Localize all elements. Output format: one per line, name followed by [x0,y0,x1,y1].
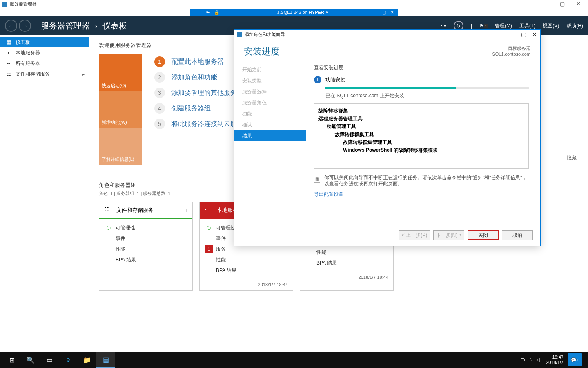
wnav-results[interactable]: 结果 [234,130,306,141]
lock-icon: 🔒 [214,10,220,15]
step-4[interactable]: 4创建服务器组 [154,101,243,116]
chevron-right-icon: › [95,21,98,31]
flag-notification-icon[interactable]: ⚑1 [479,22,488,30]
nav-file-services[interactable]: ☷文件和存储服务▸ [0,69,89,79]
progress-bar [325,87,456,89]
ie-icon[interactable]: e [59,352,78,368]
wizard-subtitle: 查看安装进度 [314,64,529,71]
wnav-roles: 服务器角色 [234,97,306,108]
breadcrumb-app: 服务器管理器 [41,20,90,31]
search-button[interactable]: 🔍 [21,352,40,368]
notif-count: 1 [577,358,579,362]
nav-local-server[interactable]: ▪本地服务器 [0,47,89,58]
clock-date: 2018/1/7 [546,360,564,365]
wizard-hint: 你可以关闭此向导而不中断正在运行的任务。请依次单击命令栏中的"通知"和"任务详细… [324,175,529,187]
card-file-services[interactable]: ☷文件和存储服务1 ⭮可管理性 事件 性能 BPA 结果 [99,202,193,291]
wnav-features: 功能 [234,108,306,119]
next-button: 下一步(N) > [433,230,464,240]
notification-center[interactable]: 💬1 [568,353,582,366]
hide-link[interactable]: 隐藏 [567,155,577,162]
result-line: 故障转移群集管理工具 [318,139,524,146]
row-perf: 性能 [216,256,226,263]
explorer-icon[interactable]: 📁 [78,352,96,368]
wizard-icon [237,32,242,37]
wizard-heading: 安装进度 [244,45,280,58]
nav-all-servers[interactable]: ▪▪所有服务器 [0,58,89,69]
row-bpa: BPA 结果 [116,256,136,263]
cancel-button[interactable]: 取消 [502,230,533,240]
outer-title-text: 服务器管理器 [10,1,37,7]
clock[interactable]: 18:47 2018/1/7 [546,355,564,365]
chevron-right-icon: ▸ [82,72,85,76]
maximize-button[interactable]: ▢ [521,31,526,38]
wnav-select: 服务器选择 [234,86,306,97]
row-events: 事件 [216,235,226,242]
welcome-tiles: 快速启动(Q) 新增功能(W) 了解详细信息(L) [99,54,142,165]
step-1-label: 配置此本地服务器 [172,58,224,66]
row-services: 服务 [216,246,226,253]
storage-icon: ☷ [6,71,11,77]
hyperv-window-controls[interactable]: —▢✕ [370,9,398,16]
wizard-titlebar: 添加角色和功能向导 — ▢ ✕ [234,30,540,39]
nav-dashboard[interactable]: ▦仪表板 [0,37,89,47]
server-manager-icon [2,2,7,7]
nav-all-label: 所有服务器 [16,60,40,67]
export-settings-link[interactable]: 导出配置设置 [314,191,343,198]
status-ok-icon: ⭮ [205,225,213,231]
target-label: 目标服务器 [492,45,530,52]
menu-view[interactable]: 视图(V) [543,22,559,29]
forward-button[interactable]: → [19,20,31,32]
menu-manage[interactable]: 管理(M) [495,22,512,29]
card-title: 文件和存储服务 [116,206,154,214]
tray-network-icon[interactable]: 🏳 [529,357,533,362]
step-3-label: 添加要管理的其他服务器 [172,89,243,97]
step-4-label: 创建服务器组 [172,104,211,113]
system-tray: 🖵 🏳 中 18:47 2018/1/7 💬1 [520,353,586,366]
tile-quickstart[interactable]: 快速启动(Q) [99,54,142,91]
wnav-before: 开始之前 [234,64,306,75]
taskbar: ⊞ 🔍 ▭ e 📁 ▤ 🖵 🏳 中 18:47 2018/1/7 💬1 [0,352,588,368]
menu-tools[interactable]: 工具(T) [519,22,535,29]
back-button[interactable]: ← [5,20,17,32]
card-timestamp: 2018/1/7 18:44 [300,272,393,283]
wnav-type: 安装类型 [234,75,306,86]
step-1[interactable]: 1配置此本地服务器 [154,54,243,70]
server-icon: ▪ [205,206,213,214]
menu-help[interactable]: 帮助(H) [566,22,583,29]
taskview-button[interactable]: ▭ [40,352,59,368]
close-button[interactable]: ✕ [532,31,537,38]
nav-local-label: 本地服务器 [16,49,40,56]
card-timestamp: 2018/1/7 18:44 [200,279,293,290]
tray-ime-icon[interactable]: 中 [537,357,542,363]
row-perf: 性能 [316,249,326,256]
step-2[interactable]: 2添加角色和功能 [154,70,243,85]
info-icon: i [314,76,321,83]
start-button[interactable]: ⊞ [2,352,21,368]
tray-display-icon[interactable]: 🖵 [520,357,525,362]
row-events: 事件 [116,235,125,242]
step-5-label: 将此服务器连接到云服务 [172,120,243,128]
server-icon: ▪ [6,50,11,56]
card-count: 1 [185,207,187,213]
server-manager-taskbar-icon[interactable]: ▤ [96,352,115,368]
target-server: SQL1.contoso.com [492,52,530,56]
pin-icon: ⇤ [206,10,210,15]
result-line: Windows PowerShell 的故障转移群集模块 [318,146,524,154]
dropdown-icon[interactable]: • ▾ [441,23,446,29]
status-ok-icon: ⭮ [105,225,112,231]
result-line: 远程服务器管理工具 [318,115,524,123]
minimize-button[interactable]: — [510,31,515,38]
step-5[interactable]: 5将此服务器连接到云服务 [154,116,243,132]
install-started: 已在 SQL1.contoso.com 上开始安装 [325,92,529,99]
breadcrumb-page: 仪表板 [102,20,127,31]
tile-whatsnew[interactable]: 新增功能(W) [99,91,142,128]
results-box: 故障转移群集 远程服务器管理工具 功能管理工具 故障转移群集工具 故障转移群集管… [314,103,529,169]
hyperv-pin-tab[interactable]: ⇤🔒 [190,9,236,16]
step-3[interactable]: 3添加要管理的其他服务器 [154,85,243,101]
wizard-buttons: < 上一步(P) 下一步(N) > 关闭 取消 [399,230,533,240]
task-icon: ▦ [314,175,320,183]
close-wizard-button[interactable]: 关闭 [468,230,499,240]
tile-learnmore[interactable]: 了解详细信息(L) [99,128,142,165]
outer-window-controls[interactable]: — ▢ ✕ [543,1,586,7]
row-perf: 性能 [116,246,125,253]
